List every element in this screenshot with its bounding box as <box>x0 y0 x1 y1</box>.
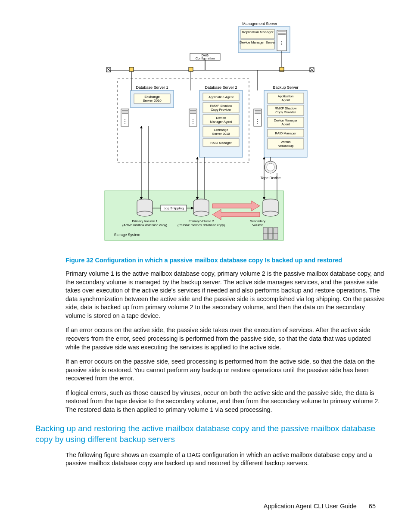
svg-point-42 <box>125 119 125 120</box>
svg-text:Application Agent: Application Agent <box>209 95 234 99</box>
svg-text:Copy Provider: Copy Provider <box>275 110 296 114</box>
backup-stack: ApplicationAgent RMXP ShadowCopy Provide… <box>268 93 304 149</box>
paragraph-4: If logical errors, such as those caused … <box>65 389 385 414</box>
svg-text:Configuration: Configuration <box>196 56 215 60</box>
svg-point-91 <box>257 121 258 122</box>
svg-text:Device: Device <box>216 116 226 120</box>
svg-text:Database Server 2: Database Server 2 <box>205 85 237 90</box>
svg-text:Primary Volume 1: Primary Volume 1 <box>132 219 157 223</box>
svg-text:RMXP Shadow: RMXP Shadow <box>275 106 297 110</box>
svg-text:NetBackup: NetBackup <box>278 144 294 148</box>
svg-text:Copy Provider: Copy Provider <box>211 108 231 112</box>
svg-point-109 <box>137 211 153 216</box>
svg-text:Device Manager: Device Manager <box>274 118 298 122</box>
svg-text:Replication Manager: Replication Manager <box>242 30 274 34</box>
primary-volume-1 <box>137 199 153 216</box>
page-footer: Application Agent CLI User Guide 65 <box>264 503 376 510</box>
svg-text:RAID Manager: RAID Manager <box>275 131 296 135</box>
primary-volume-2 <box>193 199 209 216</box>
svg-rect-28 <box>189 67 193 72</box>
mgmt-server-label: Management Server <box>242 22 277 26</box>
svg-text:Database Server 1: Database Server 1 <box>136 85 168 90</box>
svg-text:Secondary: Secondary <box>250 219 265 223</box>
svg-text:Exchange: Exchange <box>144 95 160 99</box>
svg-point-43 <box>125 121 125 122</box>
disk-array-icon <box>263 227 278 240</box>
svg-text:Primary Volume 2: Primary Volume 2 <box>188 219 214 223</box>
svg-text:Log Shipping: Log Shipping <box>164 206 184 210</box>
secondary-volume <box>263 199 278 216</box>
svg-point-92 <box>257 123 258 124</box>
svg-text:Server 2010: Server 2010 <box>212 132 230 136</box>
svg-point-95 <box>267 163 274 171</box>
svg-text:Volume: Volume <box>252 223 263 227</box>
footer-text: Application Agent CLI User Guide <box>264 503 357 510</box>
svg-text:(Active mailbox database copy): (Active mailbox database copy) <box>122 223 168 227</box>
svg-point-11 <box>281 44 282 45</box>
svg-text:Storage System: Storage System <box>114 233 140 237</box>
figure-caption: Figure 32 Configuration in which a passi… <box>65 257 385 264</box>
svg-text:RAID Manager: RAID Manager <box>210 141 232 145</box>
svg-rect-16 <box>280 67 284 72</box>
svg-text:Agent: Agent <box>281 122 290 126</box>
svg-point-114 <box>193 211 209 216</box>
svg-text:Device Manager Server: Device Manager Server <box>240 40 276 44</box>
svg-point-44 <box>125 123 125 124</box>
svg-rect-26 <box>129 67 134 72</box>
paragraph-3: If an error occurs on the passive side, … <box>65 358 385 383</box>
svg-text:(Passive mailbox database copy: (Passive mailbox database copy) <box>177 223 225 227</box>
svg-point-119 <box>263 211 278 216</box>
page-number: 65 <box>369 503 376 510</box>
svg-point-10 <box>281 43 282 44</box>
architecture-diagram: Management Server Replication Manager De… <box>100 21 320 249</box>
svg-point-90 <box>257 119 258 120</box>
svg-text:Server 2010: Server 2010 <box>143 99 162 103</box>
paragraph-1: Primary volume 1 is the active mailbox d… <box>65 270 385 320</box>
svg-text:Tape Device: Tape Device <box>261 176 281 180</box>
paragraph-5: The following figure shows an example of… <box>65 451 385 468</box>
paragraph-2: If an error occurs on the active side, t… <box>65 326 385 352</box>
svg-point-68 <box>193 123 193 124</box>
svg-text:Veritas: Veritas <box>281 140 291 144</box>
svg-point-67 <box>193 121 193 122</box>
svg-text:Application: Application <box>278 94 294 98</box>
svg-text:Exchange: Exchange <box>214 128 228 132</box>
svg-text:Backup Server: Backup Server <box>273 85 298 90</box>
svg-text:Agent: Agent <box>281 98 290 102</box>
svg-text:Manager Agent: Manager Agent <box>210 120 233 124</box>
section-heading: Backing up and restoring the active mail… <box>35 423 385 445</box>
svg-point-9 <box>281 41 282 42</box>
svg-text:RMXP Shadow: RMXP Shadow <box>210 104 232 108</box>
svg-point-66 <box>193 119 193 120</box>
